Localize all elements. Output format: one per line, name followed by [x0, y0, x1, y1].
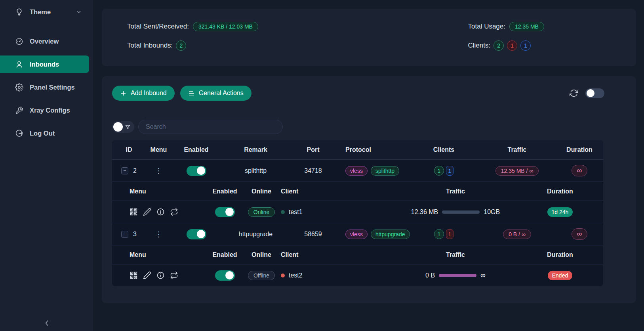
client-enabled-toggle[interactable] [215, 207, 235, 217]
total-inbounds-badge: 2 [176, 40, 186, 51]
stats-card: Total Sent/Received: 321.43 KB / 12.03 M… [102, 9, 636, 66]
edit-pencil-icon[interactable] [143, 208, 151, 216]
inbound-enabled-toggle[interactable] [187, 166, 206, 176]
sidebar-item-log-out[interactable]: Log Out [0, 124, 89, 142]
sidebar-item-theme[interactable]: Theme [0, 3, 89, 21]
inbound-row: − 3 ⋮ httpupgrade 58659 vless httpupgrad… [112, 223, 603, 245]
client-deactive-badge: 1 [446, 229, 453, 239]
subheader-duration: Duration [517, 188, 603, 195]
inbound-port: 58659 [290, 231, 336, 238]
client-name: test2 [289, 272, 303, 279]
sidebar-item-xray-configs[interactable]: Xray Configs [0, 101, 89, 119]
inbound-traffic-pill: 12.35 MB / ∞ [495, 166, 539, 176]
clients-deactive-badge: 1 [507, 40, 517, 51]
header-clients: Clients [409, 146, 478, 153]
online-status-pill: Offline [248, 271, 275, 280]
plus-icon [120, 90, 127, 97]
sidebar-item-overview[interactable]: Overview [0, 33, 89, 50]
dashboard-icon [15, 37, 23, 46]
clients-active-badge: 2 [493, 40, 504, 51]
menu-lines-icon [188, 90, 195, 97]
inbound-remark: splithttp [221, 167, 290, 174]
logout-icon [15, 129, 23, 138]
collapse-row-button[interactable]: − [121, 231, 128, 238]
sidebar-item-label: Xray Configs [30, 107, 70, 114]
user-icon [15, 60, 23, 69]
transport-tag: splithttp [371, 166, 399, 176]
client-header-row: Menu Enabled Online Client Traffic Durat… [112, 245, 603, 264]
traffic-progress-bar [439, 274, 476, 277]
client-enabled-toggle[interactable] [215, 270, 235, 281]
reset-traffic-icon[interactable] [170, 208, 178, 216]
subheader-menu: Menu [112, 188, 206, 195]
subheader-online: Online [244, 188, 279, 195]
add-inbound-label: Add Inbound [131, 90, 167, 97]
client-status-dot [281, 210, 285, 214]
header-id: ID [112, 146, 146, 153]
toggle-knob [197, 230, 205, 238]
inbound-row: − 2 ⋮ splithttp 34718 vless splithttp 1 … [112, 159, 603, 182]
header-duration: Duration [556, 146, 603, 153]
client-status-dot [281, 274, 285, 277]
stat-label: Clients: [468, 42, 491, 50]
sidebar-item-label: Theme [30, 8, 51, 16]
search-row [112, 120, 636, 134]
toggle-knob [225, 271, 234, 279]
client-duration-badge: 1d 24h [547, 207, 573, 217]
filter-toggle[interactable] [112, 121, 134, 133]
inbounds-table: ID Menu Enabled Remark Port Protocol Cli… [112, 140, 603, 286]
search-input[interactable] [138, 120, 283, 134]
subheader-online: Online [244, 251, 279, 258]
client-row: Online test1 12.36 MB 10GB 1d 24h [112, 201, 603, 223]
info-icon[interactable] [156, 208, 165, 216]
client-traffic-used: 0 B [425, 272, 435, 279]
inbound-duration-pill: ∞ [572, 228, 588, 240]
auto-refresh-toggle[interactable] [585, 88, 604, 98]
inbound-traffic-pill: 0 B / ∞ [503, 230, 531, 239]
inbounds-panel: Add Inbound General Actions [102, 76, 636, 303]
filter-funnel-icon [125, 124, 131, 130]
subheader-menu: Menu [112, 251, 206, 258]
subheader-traffic: Traffic [394, 188, 517, 195]
toggle-knob [113, 122, 123, 132]
general-actions-button[interactable]: General Actions [180, 86, 252, 101]
toggle-knob [197, 166, 205, 175]
inbound-duration-pill: ∞ [572, 165, 588, 176]
inbound-id: 3 [133, 231, 137, 238]
qr-code-icon[interactable] [130, 208, 138, 216]
subheader-enabled: Enabled [206, 251, 244, 258]
client-row: Offline test2 0 B ∞ Ended [112, 264, 603, 286]
gear-icon [15, 83, 23, 92]
inbound-enabled-toggle[interactable] [187, 229, 206, 239]
inbound-remark: httpupgrade [221, 231, 290, 238]
client-traffic-total: 10GB [484, 209, 500, 216]
row-menu-button[interactable]: ⋮ [155, 166, 162, 175]
sent-received-value: 321.43 KB / 12.03 MB [193, 22, 258, 31]
reset-traffic-icon[interactable] [170, 271, 178, 279]
sidebar-collapse-button[interactable] [43, 319, 51, 327]
header-port: Port [290, 146, 336, 153]
header-menu: Menu [146, 146, 171, 153]
clients-online-badge: 1 [520, 40, 531, 51]
row-menu-button[interactable]: ⋮ [155, 230, 162, 239]
header-remark: Remark [221, 146, 290, 153]
stat-label: Total Sent/Received: [127, 23, 189, 31]
inbound-port: 34718 [290, 167, 336, 174]
header-traffic: Traffic [478, 146, 556, 153]
edit-pencil-icon[interactable] [143, 271, 151, 279]
total-usage-value: 12.35 MB [509, 22, 544, 31]
refresh-icon[interactable] [570, 89, 578, 98]
client-count-badge: 1 [434, 166, 444, 176]
qr-code-icon[interactable] [130, 271, 138, 279]
collapse-row-button[interactable]: − [121, 167, 128, 174]
sidebar-item-label: Overview [30, 38, 59, 45]
sidebar-item-label: Inbounds [30, 61, 59, 68]
sidebar-item-label: Panel Settings [30, 84, 75, 91]
main-content: Total Sent/Received: 321.43 KB / 12.03 M… [93, 0, 644, 331]
sidebar-item-inbounds[interactable]: Inbounds [0, 55, 89, 73]
bulb-icon [15, 8, 23, 16]
header-protocol: Protocol [336, 146, 409, 153]
add-inbound-button[interactable]: Add Inbound [112, 86, 175, 101]
sidebar-item-panel-settings[interactable]: Panel Settings [0, 78, 89, 96]
info-icon[interactable] [156, 271, 165, 279]
